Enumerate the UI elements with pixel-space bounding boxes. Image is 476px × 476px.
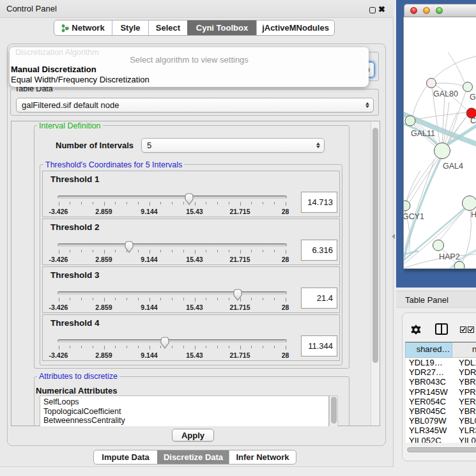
svg-text:GA: GA (470, 93, 476, 102)
svg-text:H: H (471, 210, 476, 219)
svg-text:GAL11: GAL11 (411, 129, 435, 138)
svg-text:GAL80: GAL80 (433, 89, 458, 98)
svg-text:GCY1: GCY1 (404, 212, 424, 221)
svg-text:HAP2: HAP2 (439, 252, 460, 261)
svg-text:GAL4: GAL4 (443, 162, 463, 171)
svg-text:C: C (470, 116, 476, 125)
